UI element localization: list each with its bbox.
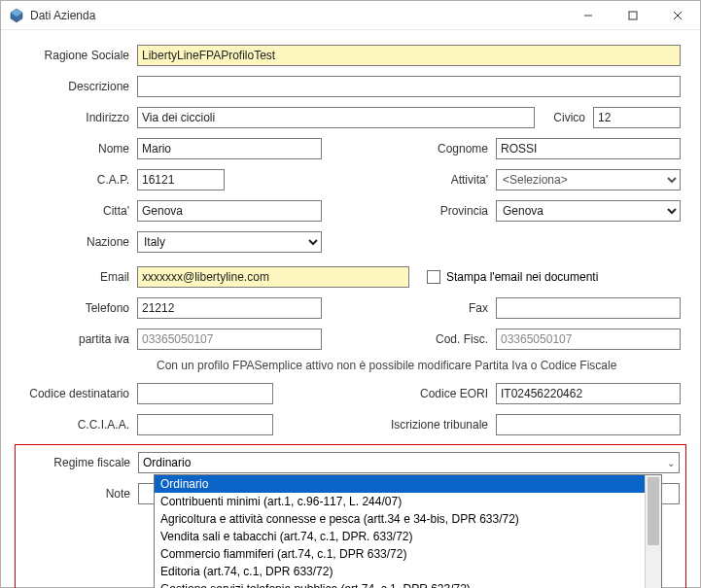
cciaa-input[interactable] (137, 414, 273, 435)
app-icon (9, 8, 24, 23)
iscrizione-tribunale-input[interactable] (496, 414, 681, 435)
fax-input[interactable] (496, 297, 681, 319)
label-ragione-sociale: Ragione Sociale (20, 49, 137, 62)
regime-fiscale-highlight: Regime fiscale Ordinario ⌄ OrdinarioCont… (15, 444, 686, 588)
regime-fiscale-dropdown[interactable]: OrdinarioContribuenti minimi (art.1, c.9… (154, 474, 662, 588)
provincia-select[interactable]: Genova (496, 200, 681, 222)
regime-fiscale-value: Ordinario (143, 456, 191, 469)
form-content: Ragione Sociale Descrizione Indirizzo Ci… (1, 30, 700, 588)
label-fax: Fax (322, 301, 496, 315)
citta-input[interactable] (137, 200, 322, 222)
attivita-select[interactable]: <Seleziona> (496, 169, 681, 190)
codice-eori-input[interactable] (496, 383, 681, 404)
email-input[interactable] (137, 266, 409, 288)
label-provincia: Provincia (322, 204, 496, 218)
svg-rect-3 (629, 12, 637, 19)
indirizzo-input[interactable] (137, 107, 535, 128)
regime-option[interactable]: Gestione servizi telefonia pubblica (art… (155, 580, 661, 588)
label-regime-fiscale: Regime fiscale (21, 456, 138, 469)
label-civico: Civico (535, 111, 593, 124)
label-cciaa: C.C.I.A.A. (20, 418, 137, 432)
regime-option[interactable]: Ordinario (155, 475, 661, 493)
label-note: Note (21, 487, 138, 501)
regime-fiscale-select[interactable]: Ordinario ⌄ (138, 452, 680, 473)
telefono-input[interactable] (137, 297, 322, 319)
label-stampa-email: Stampa l'email nei documenti (446, 270, 598, 284)
label-nazione: Nazione (20, 235, 137, 249)
titlebar: Dati Azienda (1, 1, 700, 30)
cognome-input[interactable] (496, 138, 681, 159)
cod-fisc-input (496, 329, 681, 350)
regime-option[interactable]: Commercio fiammiferi (art.74, c.1, DPR 6… (155, 545, 661, 563)
regime-option[interactable]: Contribuenti minimi (art.1, c.96-117, L.… (155, 493, 661, 510)
partita-iva-input (137, 329, 322, 350)
label-codice-eori: Codice EORI (273, 387, 496, 400)
label-telefono: Telefono (20, 301, 137, 315)
label-cap: C.A.P. (20, 173, 137, 187)
close-button[interactable] (655, 1, 700, 30)
cap-input[interactable] (137, 169, 225, 190)
label-cod-fisc: Cod. Fisc. (322, 332, 496, 346)
label-partita-iva: partita iva (20, 332, 137, 346)
regime-option[interactable]: Vendita sali e tabacchi (art.74, c.1, DP… (155, 528, 661, 545)
label-email: Email (20, 270, 137, 284)
window-title: Dati Azienda (30, 9, 95, 22)
regime-option[interactable]: Agricoltura e attività connesse e pesca … (155, 510, 661, 528)
label-descrizione: Descrizione (20, 80, 137, 93)
civico-input[interactable] (593, 107, 681, 128)
label-nome: Nome (20, 142, 137, 156)
info-text: Con un profilo FPASemplice attivo non è … (157, 359, 681, 372)
stampa-email-checkbox[interactable] (427, 270, 440, 284)
label-citta: Citta' (20, 204, 137, 218)
label-codice-destinatario: Codice destinatario (20, 387, 137, 400)
label-iscrizione-tribunale: Iscrizione tribunale (273, 418, 496, 432)
regime-option[interactable]: Editoria (art.74, c.1, DPR 633/72) (155, 563, 661, 580)
company-data-dialog: Dati Azienda Ragione Sociale Descrizione… (0, 0, 701, 588)
descrizione-input[interactable] (137, 76, 681, 97)
chevron-down-icon: ⌄ (667, 458, 675, 468)
label-cognome: Cognome (322, 142, 496, 156)
nome-input[interactable] (137, 138, 322, 159)
nazione-select[interactable]: Italy (137, 231, 322, 253)
label-attivita: Attivita' (225, 173, 496, 187)
label-indirizzo: Indirizzo (20, 111, 137, 124)
dropdown-scrollbar[interactable] (645, 475, 661, 588)
codice-destinatario-input[interactable] (137, 383, 273, 404)
minimize-button[interactable] (566, 1, 611, 30)
ragione-sociale-input[interactable] (137, 45, 681, 66)
maximize-button[interactable] (611, 1, 655, 30)
